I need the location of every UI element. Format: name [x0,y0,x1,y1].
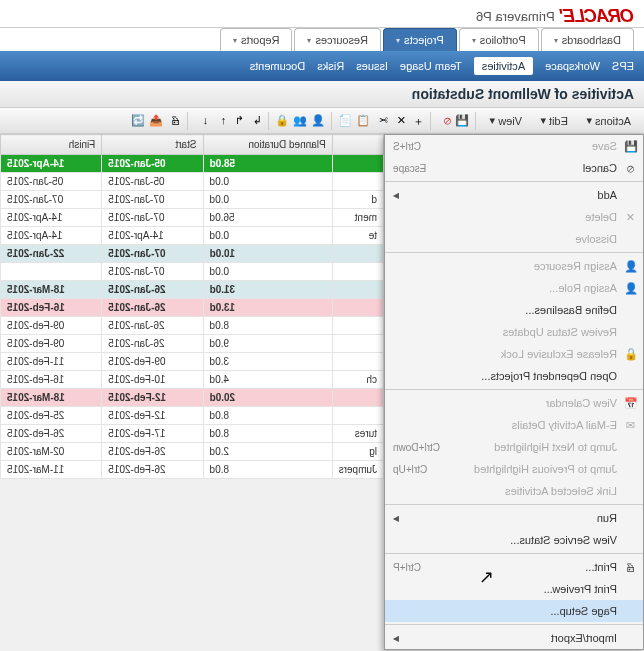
tab-label: Dashboards [562,34,621,46]
col-finish[interactable]: Finish [1,135,102,155]
actions-menu-button[interactable]: Actions▾ [579,111,638,130]
tab-label: Projects [404,34,444,46]
table-row[interactable]: ch4.0d10-Feb-201516-Feb-2015 [1,371,384,389]
col-planned-duration[interactable]: Planned Duration [203,135,332,155]
table-row[interactable]: te0.0d14-Apr-201514-Apr-2015 [1,227,384,245]
table-row[interactable]: lg2.0d26-Feb-201502-Mar-2015 [1,443,384,461]
cell-finish: 07-Jan-2015 [1,191,102,209]
cell-name: Jumpers [332,461,383,479]
menu-view-service-status[interactable]: View Service Status... [385,529,643,551]
menu-item-label: Run [405,512,617,524]
menu-item-icon [623,532,639,548]
role-icon[interactable]: 👥 [293,114,307,128]
table-row[interactable]: Jumpers8.0d26-Feb-201511-Mar-2015 [1,461,384,479]
table-row[interactable]: 0.0d07-Jan-2015 [1,263,384,281]
menu-item-icon [623,483,639,499]
menu-page-setup[interactable]: Page Setup... [385,600,643,622]
table-row[interactable]: 20.0d12-Feb-201518-Mar-2015 [1,389,384,407]
cell-finish: 25-Feb-2015 [1,407,102,425]
menu-item-icon: ⦸ [623,160,639,176]
copy-icon[interactable]: 📋 [356,114,370,128]
down-icon[interactable]: ↓ [194,114,208,128]
menu-import-export[interactable]: Import/Export▶ [385,627,643,649]
menu-item-accelerator: Ctrl+Up [393,464,427,475]
outdent-icon[interactable]: ↰ [230,114,244,128]
menu-assign-resource: 👤Assign Resource [385,255,643,277]
refresh-icon[interactable]: 🔄 [131,114,145,128]
submenu-arrow-icon: ▶ [393,514,399,523]
subnav-activities[interactable]: Activities [474,57,533,75]
subnav-issues[interactable]: Issues [356,60,388,72]
cut-icon[interactable]: ✂ [374,114,388,128]
print-icon[interactable]: 🖨 [167,114,181,128]
lock-icon[interactable]: 🔒 [275,114,289,128]
subnav-team-usage[interactable]: Team Usage [400,60,462,72]
table-row[interactable]: ment56.0d07-Jan-201514-Apr-2015 [1,209,384,227]
cell-duration: 13.0d [203,299,332,317]
cell-duration: 0.0d [203,263,332,281]
actions-dropdown-menu: 💾SaveCtrl+S⦸CancelEscapeAdd▶✕DeleteDisso… [384,134,644,650]
edit-menu-button[interactable]: Edit▾ [533,111,575,130]
tab-projects[interactable]: Projects ▾ [383,28,457,51]
cell-finish: 18-Mar-2015 [1,389,102,407]
col-name[interactable] [332,135,383,155]
subnav-documents[interactable]: Documents [250,60,306,72]
delete-icon[interactable]: ✕ [392,114,406,128]
table-row[interactable]: 13.0d26-Jan-201516-Feb-2015 [1,299,384,317]
menu-run[interactable]: Run▶ [385,507,643,529]
tab-resources[interactable]: Resources ▾ [294,28,381,51]
table-row[interactable]: 8.0d26-Jan-201509-Feb-2015 [1,317,384,335]
cell-start: 17-Feb-2015 [102,425,203,443]
table-row[interactable]: 31.0d26-Jan-201518-Mar-2015 [1,281,384,299]
table-row[interactable]: 8.0d12-Feb-201525-Feb-2015 [1,407,384,425]
cell-finish: 11-Feb-2015 [1,353,102,371]
subnav-risks[interactable]: Risks [317,60,344,72]
view-menu-button[interactable]: View▾ [482,111,529,130]
activity-grid-wrap: Planned Duration Start Finish 58.0d05-Ja… [0,134,384,479]
menu-jump-to-next-highlighted: Jump to Next HighlightedCtrl+Down [385,436,643,458]
tab-dashboards[interactable]: Dashboards ▾ [541,28,634,51]
tab-portfolios[interactable]: Portfolios ▾ [459,28,539,51]
menu-add[interactable]: Add▶ [385,184,643,206]
save-icon[interactable]: 💾 [455,114,469,128]
menu-open-dependent-projects[interactable]: Open Dependent Projects... [385,365,643,387]
export-icon[interactable]: 📤 [149,114,163,128]
menu-cancel[interactable]: ⦸CancelEscape [385,157,643,179]
indent-icon[interactable]: ↳ [248,114,262,128]
up-icon[interactable]: ↑ [212,114,226,128]
menu-item-label: View Calendar [393,397,617,409]
menu-item-icon: ✕ [623,209,639,225]
table-row[interactable]: 0.0d05-Jan-201505-Jan-2015 [1,173,384,191]
menu-define-baselines[interactable]: Define Baselines... [385,299,643,321]
cell-start: 12-Feb-2015 [102,389,203,407]
table-row[interactable]: 9.0d26-Jan-201509-Feb-2015 [1,335,384,353]
menu-item-label: Jump to Next Highlighted [446,441,617,453]
subnav-workspace[interactable]: Workspace [545,60,600,72]
activity-grid[interactable]: Planned Duration Start Finish 58.0d05-Ja… [0,134,384,479]
toolbar-view-label: View [498,115,522,127]
table-row[interactable]: 10.0d07-Jan-201522-Jan-2015 [1,245,384,263]
submenu-arrow-icon: ▶ [393,634,399,643]
cell-name [332,299,383,317]
menu-assign-role: 👤Assign Role... [385,277,643,299]
col-start[interactable]: Start [102,135,203,155]
cell-finish: 18-Mar-2015 [1,281,102,299]
table-row[interactable]: d0.0d07-Jan-201507-Jan-2015 [1,191,384,209]
tab-label: Resources [315,34,368,46]
tab-reports[interactable]: Reports ▾ [220,28,293,51]
cell-finish: 02-Mar-2015 [1,443,102,461]
subnav-eps[interactable]: EPS [612,60,634,72]
menu-item-icon [623,603,639,619]
menu-item-icon: 👤 [623,280,639,296]
cell-duration: 0.0d [203,173,332,191]
cancel-icon[interactable]: ⦸ [437,114,451,128]
table-row[interactable]: tures8.0d17-Feb-201526-Feb-2015 [1,425,384,443]
table-row[interactable]: 58.0d05-Jan-201514-Apr-2015 [1,155,384,173]
menu-print[interactable]: 🖨Print...Ctrl+P [385,556,643,578]
add-icon[interactable]: ＋ [410,114,424,128]
table-row[interactable]: 3.0d09-Feb-201511-Feb-2015 [1,353,384,371]
menu-print-preview[interactable]: Print Preview... [385,578,643,600]
paste-icon[interactable]: 📄 [338,114,352,128]
resource-icon[interactable]: 👤 [311,114,325,128]
menu-item-label: Define Baselines... [393,304,617,316]
